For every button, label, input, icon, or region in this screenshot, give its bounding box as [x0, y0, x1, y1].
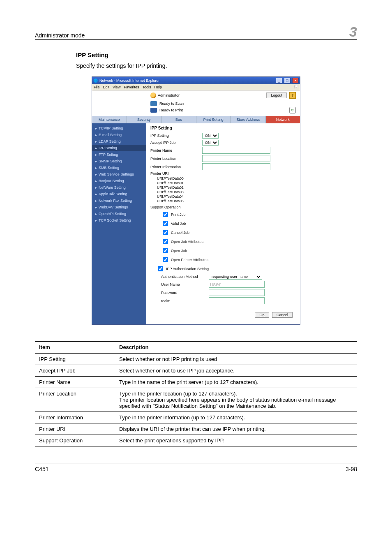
sidebar-item-ftp[interactable]: ▸FTP Setting — [92, 151, 146, 158]
input-realm[interactable] — [209, 297, 265, 304]
minimize-button[interactable]: _ — [276, 78, 282, 83]
sidebar-item-bonjour[interactable]: ▸Bonjour Setting — [92, 178, 146, 184]
sidebar-item-tcpip[interactable]: ▸TCP/IP Setting — [92, 125, 146, 132]
sidebar-item-openapi[interactable]: ▸OpenAPI Setting — [92, 210, 146, 217]
sidebar-item-networkfax[interactable]: ▸Network Fax Setting — [92, 197, 146, 204]
refresh-button[interactable]: ⟳ — [289, 107, 296, 113]
menu-help[interactable]: Help — [154, 85, 162, 89]
checkbox-open-printer-attr[interactable] — [163, 257, 168, 262]
label-support-op: Support Operation — [150, 205, 200, 209]
close-button[interactable]: × — [292, 78, 299, 83]
header-section-name: Administrator mode — [35, 32, 85, 39]
ie-icon: 🌐 — [93, 79, 98, 83]
sidebar-item-tcpsocket[interactable]: ▸TCP Socket Setting — [92, 217, 146, 224]
header-chapter-number: 3 — [349, 25, 357, 39]
panel-title: IPP Setting — [150, 126, 296, 130]
menu-tools[interactable]: Tools — [142, 85, 151, 89]
select-accept-ipp[interactable]: ON — [202, 140, 219, 146]
select-auth-method[interactable]: requesting-user-name — [209, 274, 262, 280]
tab-maintenance[interactable]: Maintenance — [92, 116, 127, 123]
user-label: Administrator — [158, 93, 180, 97]
ok-button[interactable]: OK — [255, 312, 269, 318]
table-cell-desc: Select whether or not to use IPP job acc… — [115, 365, 357, 377]
section-title: IPP Setting — [76, 51, 357, 58]
sidebar-item-netware[interactable]: ▸NetWare Setting — [92, 184, 146, 191]
section-description: Specify the settings for IPP printing. — [76, 62, 357, 69]
tab-box[interactable]: Box — [161, 116, 196, 123]
checkbox-ipp-auth[interactable] — [158, 266, 163, 271]
input-printer-location[interactable] — [202, 155, 270, 162]
table-row: Printer InformationType in the printer i… — [35, 412, 357, 423]
table-cell-desc: Type in the name of the print server (up… — [115, 377, 357, 388]
tab-network[interactable]: Network — [266, 116, 300, 123]
table-cell-item: Printer Information — [35, 412, 115, 423]
checkbox-open-job[interactable] — [163, 248, 168, 253]
menu-view[interactable]: View — [113, 85, 120, 89]
user-icon — [150, 92, 156, 98]
browser-menubar: File Edit View Favorites Tools Help 🏳️ — [92, 84, 300, 90]
window-titlebar: 🌐 Network - Microsoft Internet Explorer … — [92, 77, 300, 84]
help-button[interactable]: ? — [289, 92, 296, 99]
menu-edit[interactable]: Edit — [103, 85, 110, 89]
table-row: IPP SettingSelect whether or not IPP pri… — [35, 353, 357, 365]
footer-model: C451 — [35, 466, 48, 472]
label-password: Password — [161, 291, 206, 295]
menu-file[interactable]: File — [94, 85, 100, 89]
menu-favorites[interactable]: Favorites — [124, 85, 139, 89]
checkbox-print-job[interactable] — [163, 212, 168, 217]
sidebar-item-ipp[interactable]: ▸IPP Setting — [92, 145, 146, 151]
footer-page: 3-98 — [346, 466, 357, 472]
input-printer-info[interactable] — [202, 163, 270, 170]
input-user-name[interactable] — [209, 281, 265, 288]
status-block: Ready to Scan Ready to Print ⟳ — [92, 100, 300, 116]
checkbox-cancel-job[interactable] — [163, 230, 168, 235]
table-row: Accept IPP JobSelect whether or not to u… — [35, 365, 357, 377]
table-cell-item: Printer URI — [35, 423, 115, 435]
tab-print-setting[interactable]: Print Setting — [196, 116, 231, 123]
sidebar-item-appletalk[interactable]: ▸AppleTalk Setting — [92, 191, 146, 197]
printer-icon — [150, 108, 157, 113]
description-table: Item Description IPP SettingSelect wheth… — [35, 341, 357, 446]
table-cell-desc: Select whether or not IPP printing is us… — [115, 353, 357, 365]
sidebar: ▸TCP/IP Setting ▸E-mail Setting ▸LDAP Se… — [92, 123, 146, 324]
sidebar-item-email[interactable]: ▸E-mail Setting — [92, 132, 146, 138]
cancel-button[interactable]: Cancel — [272, 312, 293, 318]
page-footer: C451 3-98 — [35, 463, 357, 472]
checkbox-open-job-attr[interactable] — [163, 239, 168, 244]
maximize-button[interactable]: □ — [284, 78, 291, 83]
label-printer-uri: Printer URI — [150, 171, 200, 176]
table-cell-desc: Type in the printer information (up to 1… — [115, 412, 357, 423]
table-cell-item: Printer Name — [35, 377, 115, 388]
table-head-item: Item — [35, 342, 115, 354]
logout-button[interactable]: Logout — [266, 92, 287, 98]
label-user-name: User Name — [161, 282, 206, 287]
table-cell-desc: Select the print operations supported by… — [115, 435, 357, 446]
checkbox-valid-job[interactable] — [163, 221, 168, 226]
label-accept-ipp: Accept IPP Job — [150, 141, 200, 145]
settings-panel: IPP Setting IPP Setting ON Accept IPP Jo… — [146, 123, 300, 324]
label-ipp-setting: IPP Setting — [150, 134, 200, 138]
window-title: Network - Microsoft Internet Explorer — [99, 79, 274, 83]
table-cell-item: Printer Location — [35, 388, 115, 412]
sidebar-item-webservice[interactable]: ▸Web Service Settings — [92, 171, 146, 178]
ready-scan-text: Ready to Scan — [159, 102, 184, 106]
label-printer-name: Printer Name — [150, 148, 200, 153]
input-printer-name[interactable] — [202, 147, 270, 154]
label-realm: realm — [161, 299, 206, 303]
sidebar-item-ldap[interactable]: ▸LDAP Setting — [92, 138, 146, 145]
label-auth-method: Authentication Method — [161, 275, 206, 279]
table-cell-item: IPP Setting — [35, 353, 115, 365]
table-cell-desc: Type in the printer location (up to 127 … — [115, 388, 357, 412]
table-head-desc: Description — [115, 342, 357, 354]
sidebar-item-webdav[interactable]: ▸WebDAV Settings — [92, 204, 146, 210]
table-cell-item: Support Operation — [35, 435, 115, 446]
sidebar-item-smb[interactable]: ▸SMB Setting — [92, 164, 146, 171]
select-ipp-setting[interactable]: ON — [202, 133, 219, 139]
tab-store-address[interactable]: Store Address — [231, 116, 266, 123]
input-password[interactable] — [209, 289, 265, 296]
sidebar-item-snmp[interactable]: ▸SNMP Setting — [92, 158, 146, 164]
app-top-bar: Administrator Logout ? — [92, 90, 300, 100]
tab-security[interactable]: Security — [127, 116, 162, 123]
table-row: Printer LocationType in the printer loca… — [35, 388, 357, 412]
table-row: Support OperationSelect the print operat… — [35, 435, 357, 446]
